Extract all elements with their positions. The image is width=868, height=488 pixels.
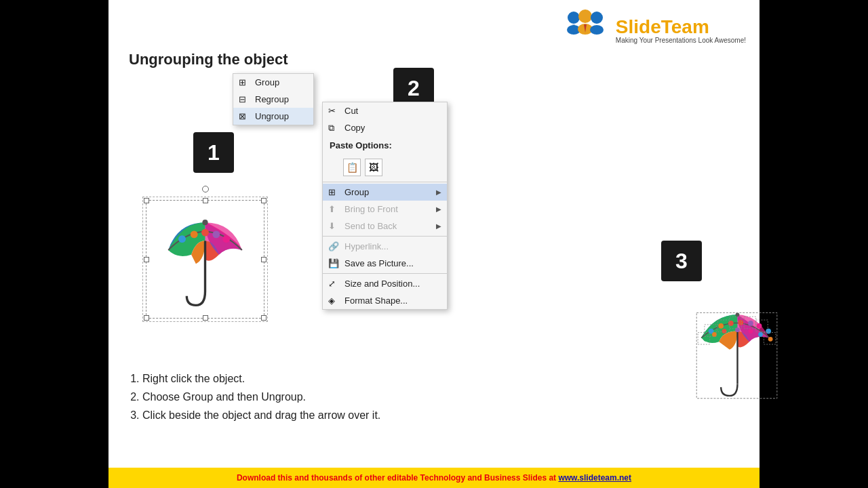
bring-front-icon: ⬆ bbox=[328, 204, 336, 214]
svg-point-21 bbox=[748, 321, 753, 326]
svg-point-30 bbox=[768, 337, 773, 342]
logo-brand: SlideTeam bbox=[616, 18, 746, 37]
copy-icon: ⧉ bbox=[328, 123, 334, 134]
svg-point-26 bbox=[722, 329, 727, 333]
bottom-bar-link[interactable]: www.slideteam.net bbox=[558, 473, 631, 483]
save-as-picture-label: Save as Picture... bbox=[344, 258, 414, 268]
handle-ml bbox=[144, 257, 149, 262]
svg-point-4 bbox=[591, 12, 603, 24]
submenu-ungroup-label: Ungroup bbox=[255, 111, 289, 121]
svg-point-14 bbox=[222, 235, 230, 243]
menu-item-size-position[interactable]: ⤢ Size and Position... bbox=[323, 275, 447, 292]
svg-point-29 bbox=[758, 332, 763, 337]
handle-bm bbox=[203, 315, 208, 321]
main-slide: SlideTeam Making Your Presentations Look… bbox=[108, 0, 760, 474]
paste-icon-1[interactable]: 📋 bbox=[343, 159, 361, 176]
size-icon: ⤢ bbox=[328, 279, 336, 289]
submenu-item-ungroup[interactable]: ⊠ Ungroup bbox=[233, 108, 313, 125]
svg-point-12 bbox=[201, 229, 209, 237]
menu-item-hyperlink[interactable]: 🔗 Hyperlink... bbox=[323, 238, 447, 255]
logo-tagline: Making Your Presentations Look Awesome! bbox=[616, 37, 746, 44]
separator-1 bbox=[323, 182, 447, 182]
svg-point-5 bbox=[590, 25, 604, 35]
copy-label: Copy bbox=[344, 123, 365, 133]
umbrella-svg-3 bbox=[678, 298, 797, 417]
handle-tm bbox=[203, 198, 208, 203]
menu-item-bring-to-front[interactable]: ⬆ Bring to Front ▶ bbox=[323, 201, 447, 218]
size-position-label: Size and Position... bbox=[344, 279, 420, 289]
cut-icon: ✂ bbox=[328, 106, 336, 116]
rotate-handle bbox=[202, 186, 209, 192]
handle-br bbox=[261, 315, 267, 321]
svg-point-22 bbox=[757, 323, 762, 329]
svg-point-19 bbox=[728, 321, 734, 326]
hyperlink-label: Hyperlink... bbox=[344, 241, 389, 251]
menu-item-format-shape[interactable]: ◈ Format Shape... bbox=[323, 292, 447, 309]
bring-front-arrow: ▶ bbox=[436, 205, 441, 213]
svg-point-2 bbox=[578, 9, 592, 23]
handle-tr bbox=[261, 198, 267, 203]
submenu-regroup-icon: ⊟ bbox=[239, 94, 246, 104]
submenu-item-regroup[interactable]: ⊟ Regroup bbox=[233, 91, 313, 108]
menu-item-copy[interactable]: ⧉ Copy bbox=[323, 119, 447, 136]
format-icon: ◈ bbox=[328, 296, 335, 306]
svg-point-27 bbox=[735, 327, 740, 332]
separator-3 bbox=[323, 273, 447, 274]
submenu-ungroup-icon: ⊠ bbox=[239, 111, 246, 121]
paste-icon-2[interactable]: 🖼 bbox=[365, 159, 382, 176]
step-badge-3: 3 bbox=[661, 241, 702, 281]
umbrella-object-1[interactable] bbox=[146, 200, 264, 319]
hyperlink-icon: 🔗 bbox=[328, 241, 339, 251]
logo-team: Team bbox=[661, 16, 709, 37]
submenu-group-icon: ⊞ bbox=[239, 77, 246, 87]
group-label: Group bbox=[344, 187, 369, 197]
umbrella-svg-1 bbox=[146, 201, 264, 318]
send-back-arrow: ▶ bbox=[436, 222, 441, 230]
send-back-icon: ⬇ bbox=[328, 221, 336, 231]
menu-item-cut[interactable]: ✂ Cut bbox=[323, 102, 447, 119]
paste-options-label: Paste Options: bbox=[330, 140, 440, 150]
svg-point-0 bbox=[568, 12, 580, 24]
svg-point-20 bbox=[738, 320, 743, 325]
instruction-1: Right click the object. bbox=[142, 369, 380, 388]
separator-2 bbox=[323, 236, 447, 237]
group-arrow: ▶ bbox=[436, 188, 441, 196]
handle-tl bbox=[144, 198, 149, 203]
menu-item-paste-options[interactable]: Paste Options: bbox=[323, 136, 447, 155]
context-menu: ✂ Cut ⧉ Copy Paste Options: 📋 🖼 ⊞ Group … bbox=[322, 102, 448, 310]
svg-point-11 bbox=[191, 230, 198, 238]
save-picture-icon: 💾 bbox=[328, 258, 339, 268]
menu-item-send-to-back[interactable]: ⬇ Send to Back ▶ bbox=[323, 218, 447, 235]
logo-text: SlideTeam Making Your Presentations Look… bbox=[616, 18, 746, 44]
svg-point-23 bbox=[766, 329, 771, 334]
paste-icons-row: 📋 🖼 bbox=[323, 155, 447, 180]
slideteam-logo-icon bbox=[561, 7, 609, 54]
group-icon: ⊞ bbox=[328, 187, 336, 197]
bring-to-front-label: Bring to Front bbox=[344, 204, 398, 214]
format-shape-label: Format Shape... bbox=[344, 296, 408, 306]
svg-point-9 bbox=[202, 220, 208, 225]
instruction-3: Click beside the object and drag the arr… bbox=[142, 406, 380, 424]
umbrella-object-3[interactable] bbox=[678, 298, 797, 417]
submenu-item-group[interactable]: ⊞ Group bbox=[233, 74, 313, 91]
step-badge-1: 1 bbox=[193, 132, 234, 173]
left-black-bar bbox=[0, 0, 108, 488]
svg-point-28 bbox=[749, 329, 753, 333]
handle-mr bbox=[261, 257, 267, 262]
bottom-bar: Download this and thousands of other edi… bbox=[108, 468, 760, 488]
logo-slide: Slide bbox=[616, 16, 661, 37]
menu-item-group[interactable]: ⊞ Group ▶ bbox=[323, 184, 447, 201]
slide-title: Ungrouping the object bbox=[129, 51, 288, 68]
menu-item-save-as-picture[interactable]: 💾 Save as Picture... bbox=[323, 255, 447, 272]
svg-point-24 bbox=[703, 337, 708, 342]
handle-bl bbox=[144, 315, 149, 321]
svg-point-18 bbox=[718, 323, 724, 329]
send-to-back-label: Send to Back bbox=[344, 221, 397, 231]
submenu-group-label: Group bbox=[255, 77, 279, 87]
logo-area: SlideTeam Making Your Presentations Look… bbox=[561, 7, 746, 54]
submenu-regroup-label: Regroup bbox=[255, 94, 289, 104]
svg-point-16 bbox=[736, 312, 740, 317]
cut-label: Cut bbox=[344, 106, 358, 116]
instruction-2: Choose Group and then Ungroup. bbox=[142, 388, 380, 406]
svg-point-10 bbox=[178, 235, 186, 243]
